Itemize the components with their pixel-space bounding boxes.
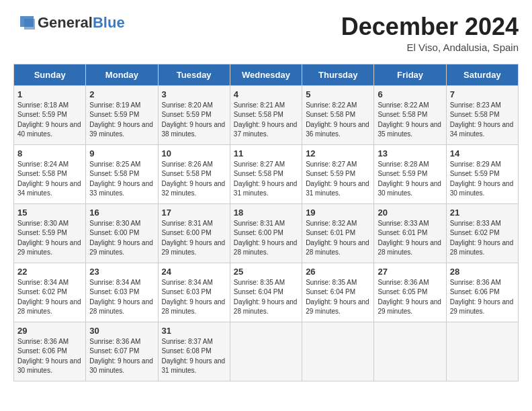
calendar-day-cell	[446, 322, 518, 381]
day-detail: Sunrise: 8:33 AMSunset: 6:02 PMDaylight:…	[450, 220, 514, 257]
calendar-table: SundayMondayTuesdayWednesdayThursdayFrid…	[13, 64, 519, 381]
calendar-day-cell: 6Sunrise: 8:22 AMSunset: 5:58 PMDaylight…	[374, 85, 446, 144]
day-detail: Sunrise: 8:23 AMSunset: 5:58 PMDaylight:…	[450, 101, 514, 138]
calendar-day-cell: 18Sunrise: 8:31 AMSunset: 6:00 PMDayligh…	[230, 203, 302, 263]
day-detail: Sunrise: 8:28 AMSunset: 5:59 PMDaylight:…	[378, 161, 441, 197]
calendar-day-cell: 24Sunrise: 8:34 AMSunset: 6:03 PMDayligh…	[158, 263, 230, 322]
column-header-monday: Monday	[86, 64, 158, 85]
calendar-day-cell: 26Sunrise: 8:35 AMSunset: 6:04 PMDayligh…	[302, 263, 374, 322]
calendar-day-cell: 17Sunrise: 8:31 AMSunset: 6:00 PMDayligh…	[158, 203, 230, 263]
day-number: 15	[17, 208, 82, 218]
logo-blue: Blue	[93, 14, 125, 31]
day-detail: Sunrise: 8:34 AMSunset: 6:03 PMDaylight:…	[89, 279, 153, 316]
location-subtitle: El Viso, Andalusia, Spain	[341, 42, 519, 53]
day-detail: Sunrise: 8:18 AMSunset: 5:59 PMDaylight:…	[17, 101, 81, 138]
column-header-wednesday: Wednesday	[230, 64, 302, 85]
page-header: GeneralBlue December 2024 El Viso, Andal…	[13, 13, 519, 53]
calendar-day-cell: 23Sunrise: 8:34 AMSunset: 6:03 PMDayligh…	[86, 263, 158, 322]
calendar-day-cell: 8Sunrise: 8:24 AMSunset: 5:58 PMDaylight…	[14, 144, 86, 203]
logo-icon	[13, 13, 35, 32]
calendar-day-cell: 2Sunrise: 8:19 AMSunset: 5:59 PMDaylight…	[86, 85, 158, 144]
day-number: 6	[378, 89, 442, 99]
day-number: 3	[162, 89, 226, 99]
calendar-day-cell: 22Sunrise: 8:34 AMSunset: 6:02 PMDayligh…	[14, 263, 86, 322]
day-number: 29	[17, 326, 82, 336]
day-detail: Sunrise: 8:19 AMSunset: 5:59 PMDaylight:…	[89, 101, 153, 138]
column-header-tuesday: Tuesday	[158, 64, 230, 85]
calendar-day-cell: 11Sunrise: 8:27 AMSunset: 5:58 PMDayligh…	[230, 144, 302, 203]
logo-general: General	[38, 14, 93, 31]
calendar-day-cell	[302, 322, 374, 381]
day-detail: Sunrise: 8:37 AMSunset: 6:08 PMDaylight:…	[162, 338, 226, 375]
column-header-friday: Friday	[374, 64, 446, 85]
day-number: 19	[306, 208, 370, 218]
calendar-day-cell: 25Sunrise: 8:35 AMSunset: 6:04 PMDayligh…	[230, 263, 302, 322]
day-detail: Sunrise: 8:30 AMSunset: 6:00 PMDaylight:…	[89, 220, 153, 257]
day-number: 25	[234, 267, 298, 277]
calendar-day-cell	[374, 322, 446, 381]
day-detail: Sunrise: 8:21 AMSunset: 5:58 PMDaylight:…	[234, 101, 298, 138]
day-number: 26	[306, 267, 370, 277]
day-detail: Sunrise: 8:35 AMSunset: 6:04 PMDaylight:…	[306, 279, 369, 316]
calendar-day-cell: 28Sunrise: 8:36 AMSunset: 6:06 PMDayligh…	[446, 263, 518, 322]
column-header-sunday: Sunday	[14, 64, 86, 85]
day-detail: Sunrise: 8:30 AMSunset: 5:59 PMDaylight:…	[17, 220, 81, 257]
calendar-week-row: 22Sunrise: 8:34 AMSunset: 6:02 PMDayligh…	[14, 263, 519, 322]
calendar-day-cell: 4Sunrise: 8:21 AMSunset: 5:58 PMDaylight…	[230, 85, 302, 144]
calendar-day-cell: 3Sunrise: 8:20 AMSunset: 5:59 PMDaylight…	[158, 85, 230, 144]
day-detail: Sunrise: 8:22 AMSunset: 5:58 PMDaylight:…	[306, 101, 369, 138]
column-header-thursday: Thursday	[302, 64, 374, 85]
day-number: 18	[234, 208, 298, 218]
day-detail: Sunrise: 8:31 AMSunset: 6:00 PMDaylight:…	[162, 220, 226, 257]
day-detail: Sunrise: 8:20 AMSunset: 5:59 PMDaylight:…	[162, 101, 226, 138]
day-number: 16	[89, 208, 154, 218]
day-number: 23	[89, 267, 154, 277]
calendar-day-cell: 5Sunrise: 8:22 AMSunset: 5:58 PMDaylight…	[302, 85, 374, 144]
calendar-day-cell: 13Sunrise: 8:28 AMSunset: 5:59 PMDayligh…	[374, 144, 446, 203]
day-number: 9	[89, 148, 154, 158]
day-number: 14	[450, 148, 515, 158]
calendar-header-row: SundayMondayTuesdayWednesdayThursdayFrid…	[14, 64, 519, 85]
day-number: 17	[162, 208, 226, 218]
month-title: December 2024	[341, 13, 519, 40]
day-detail: Sunrise: 8:36 AMSunset: 6:06 PMDaylight:…	[450, 279, 514, 316]
calendar-day-cell: 20Sunrise: 8:33 AMSunset: 6:01 PMDayligh…	[374, 203, 446, 263]
day-number: 22	[17, 267, 82, 277]
calendar-week-row: 29Sunrise: 8:36 AMSunset: 6:06 PMDayligh…	[14, 322, 519, 381]
day-number: 13	[378, 148, 442, 158]
day-number: 31	[162, 326, 226, 336]
day-number: 27	[378, 267, 442, 277]
day-number: 7	[450, 89, 515, 99]
title-block: December 2024 El Viso, Andalusia, Spain	[341, 13, 519, 53]
day-number: 11	[234, 148, 298, 158]
day-detail: Sunrise: 8:36 AMSunset: 6:07 PMDaylight:…	[89, 338, 153, 375]
logo: GeneralBlue	[13, 13, 125, 32]
day-detail: Sunrise: 8:32 AMSunset: 6:01 PMDaylight:…	[306, 220, 369, 257]
day-detail: Sunrise: 8:34 AMSunset: 6:02 PMDaylight:…	[17, 279, 81, 316]
day-detail: Sunrise: 8:22 AMSunset: 5:58 PMDaylight:…	[378, 101, 441, 138]
calendar-week-row: 1Sunrise: 8:18 AMSunset: 5:59 PMDaylight…	[14, 85, 519, 144]
day-detail: Sunrise: 8:27 AMSunset: 5:59 PMDaylight:…	[306, 161, 369, 197]
column-header-saturday: Saturday	[446, 64, 518, 85]
day-number: 10	[162, 148, 226, 158]
calendar-day-cell: 10Sunrise: 8:26 AMSunset: 5:58 PMDayligh…	[158, 144, 230, 203]
day-number: 21	[450, 208, 515, 218]
calendar-day-cell: 16Sunrise: 8:30 AMSunset: 6:00 PMDayligh…	[86, 203, 158, 263]
calendar-day-cell: 30Sunrise: 8:36 AMSunset: 6:07 PMDayligh…	[86, 322, 158, 381]
calendar-day-cell: 7Sunrise: 8:23 AMSunset: 5:58 PMDaylight…	[446, 85, 518, 144]
day-detail: Sunrise: 8:36 AMSunset: 6:06 PMDaylight:…	[17, 338, 81, 375]
day-detail: Sunrise: 8:34 AMSunset: 6:03 PMDaylight:…	[162, 279, 226, 316]
day-number: 4	[234, 89, 298, 99]
calendar-day-cell: 21Sunrise: 8:33 AMSunset: 6:02 PMDayligh…	[446, 203, 518, 263]
day-number: 30	[89, 326, 154, 336]
day-detail: Sunrise: 8:29 AMSunset: 5:59 PMDaylight:…	[450, 161, 514, 197]
calendar-day-cell: 31Sunrise: 8:37 AMSunset: 6:08 PMDayligh…	[158, 322, 230, 381]
calendar-day-cell: 12Sunrise: 8:27 AMSunset: 5:59 PMDayligh…	[302, 144, 374, 203]
calendar-week-row: 15Sunrise: 8:30 AMSunset: 5:59 PMDayligh…	[14, 203, 519, 263]
day-detail: Sunrise: 8:26 AMSunset: 5:58 PMDaylight:…	[162, 161, 226, 197]
day-number: 12	[306, 148, 370, 158]
calendar-day-cell: 1Sunrise: 8:18 AMSunset: 5:59 PMDaylight…	[14, 85, 86, 144]
day-detail: Sunrise: 8:36 AMSunset: 6:05 PMDaylight:…	[378, 279, 441, 316]
day-detail: Sunrise: 8:25 AMSunset: 5:58 PMDaylight:…	[89, 161, 153, 197]
calendar-day-cell: 15Sunrise: 8:30 AMSunset: 5:59 PMDayligh…	[14, 203, 86, 263]
